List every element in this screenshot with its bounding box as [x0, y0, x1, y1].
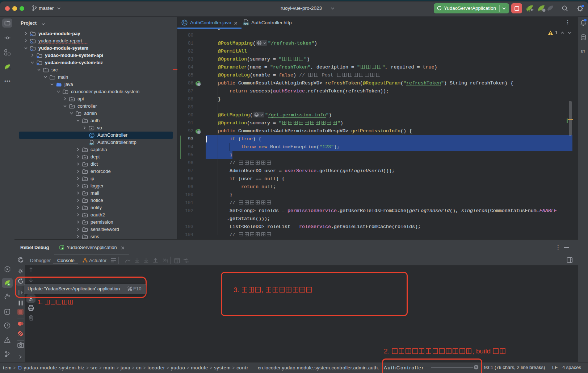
svg-text:C: C: [91, 134, 93, 137]
svg-text:API: API: [244, 22, 248, 25]
svg-text:API: API: [90, 143, 93, 145]
svg-text:JR: JR: [7, 67, 10, 70]
svg-text:C: C: [183, 21, 186, 25]
